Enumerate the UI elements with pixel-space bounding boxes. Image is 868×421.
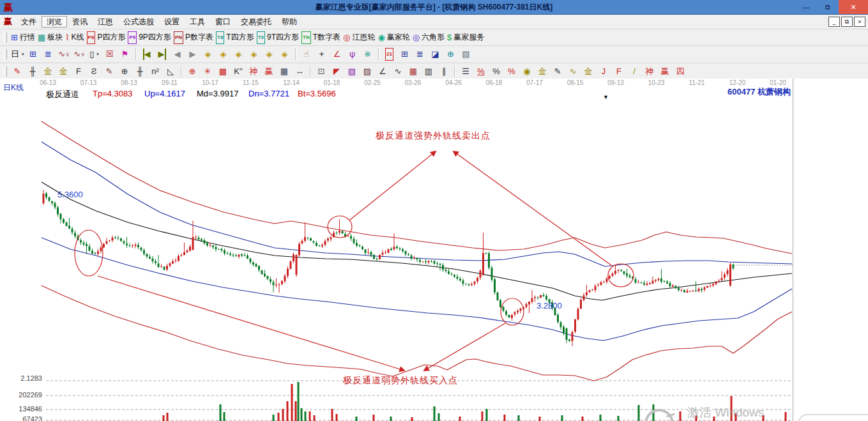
- parallel-lines-button[interactable]: ∥: [436, 65, 452, 78]
- quotes-button[interactable]: ⊞行情: [10, 31, 36, 44]
- minimize-button[interactable]: —: [795, 0, 817, 14]
- menu-item-江恩[interactable]: 江恩: [93, 16, 118, 27]
- zoom-bar-right-button[interactable]: ◈: [216, 48, 231, 61]
- menu-item-资讯[interactable]: 资讯: [67, 16, 93, 27]
- bar-width-button[interactable]: ↔: [292, 65, 307, 78]
- golden-section-1-button[interactable]: 金: [40, 65, 56, 78]
- gann-fan-tool-button[interactable]: ψ: [345, 48, 360, 61]
- last-page-button[interactable]: ▶: [155, 48, 170, 61]
- spiral-button[interactable]: Ƨ: [86, 65, 102, 78]
- gann-wheel-button[interactable]: ◎江恩轮: [342, 31, 376, 44]
- t-square-button[interactable]: T8T四方形: [215, 31, 255, 44]
- notes-button[interactable]: ≣: [413, 48, 428, 61]
- k-mark-button[interactable]: K": [231, 65, 246, 78]
- ying-line-button[interactable]: 赢: [657, 65, 673, 78]
- child-minimize-button[interactable]: _: [828, 17, 840, 27]
- print-button[interactable]: ▤: [459, 48, 474, 61]
- menu-item-交易委托[interactable]: 交易委托: [236, 16, 277, 27]
- menu-item-浏览[interactable]: 浏览: [42, 16, 67, 27]
- shen-tool-button[interactable]: 神: [246, 65, 261, 78]
- ray-fan-button[interactable]: ◤: [329, 65, 344, 78]
- prev-page-button[interactable]: ◀: [170, 48, 185, 61]
- multi-window-button[interactable]: ⊞: [26, 48, 41, 61]
- p-square-button[interactable]: P8P四方形: [86, 31, 127, 44]
- candle-type-button[interactable]: ▯▾: [87, 48, 102, 61]
- close-button[interactable]: ✕: [839, 0, 868, 14]
- t-number-table-button[interactable]: TNT数字表: [300, 31, 342, 44]
- gold-circle-button[interactable]: ◉: [519, 65, 535, 78]
- first-page-button[interactable]: ◀: [139, 48, 155, 61]
- trend-angle-button[interactable]: ∠: [375, 65, 390, 78]
- menu-item-帮助[interactable]: 帮助: [277, 16, 302, 27]
- next-page-button[interactable]: ▶: [185, 48, 201, 61]
- shade-square-purple-button[interactable]: ▧: [344, 65, 360, 78]
- angle-ruler-button[interactable]: ◺: [163, 65, 178, 78]
- winner-wheel-button[interactable]: ◉赢家轮: [376, 31, 411, 44]
- rect-tool-button[interactable]: ⊡: [314, 65, 329, 78]
- zigzag-line-button[interactable]: ∿: [390, 65, 406, 78]
- sectors-button[interactable]: ▦板块: [36, 31, 64, 44]
- brush-2-button[interactable]: ✎: [102, 65, 117, 78]
- color-flag-button[interactable]: ⚑: [118, 48, 133, 61]
- data-download-button[interactable]: ⊕: [443, 48, 459, 61]
- percent-plain-button[interactable]: %: [489, 65, 504, 78]
- grid-coarse-button[interactable]: ▥: [421, 65, 436, 78]
- grid-123-button[interactable]: ▦: [277, 65, 292, 78]
- menu-item-工具[interactable]: 工具: [185, 16, 210, 27]
- circle-cycle-button[interactable]: ⊕: [117, 65, 132, 78]
- grid-fine-button[interactable]: ▦: [406, 65, 421, 78]
- chart-area[interactable]: 日K线 06-1307-1308-1309-1110-1711-1512-140…: [0, 79, 868, 421]
- mark-pen-button[interactable]: ✎: [550, 65, 565, 78]
- child-close-button[interactable]: ×: [854, 17, 865, 27]
- hexagon-button[interactable]: ◎六角形: [411, 31, 446, 44]
- brush-button[interactable]: ✎: [10, 65, 25, 78]
- pattern-tool-button[interactable]: ※: [360, 48, 376, 61]
- menu-item-窗口[interactable]: 窗口: [210, 16, 236, 27]
- expand-horizontal-button[interactable]: ◈: [231, 48, 247, 61]
- period-day-button[interactable]: 日▾: [10, 48, 26, 61]
- kline-button[interactable]: ⌇K线: [64, 31, 85, 44]
- percent-retrace-red-button[interactable]: %: [473, 65, 489, 78]
- gann-grid-1-button[interactable]: ╫: [25, 65, 40, 78]
- 9p-square-button[interactable]: P99P四方形: [126, 31, 172, 44]
- compress-horizontal-button[interactable]: ◈: [247, 48, 262, 61]
- gold-line-button[interactable]: 金: [535, 65, 550, 78]
- f-square-button[interactable]: F: [71, 65, 86, 78]
- menu-item-设置[interactable]: 设置: [159, 16, 185, 27]
- protractor-button[interactable]: ∠: [330, 48, 345, 61]
- save-button[interactable]: ◪: [428, 48, 443, 61]
- spider-web-button[interactable]: ✳: [200, 65, 215, 78]
- time-target-button[interactable]: ⊕: [185, 65, 200, 78]
- wave-count-3-button[interactable]: ∿3: [56, 48, 72, 61]
- shade-square-dark-button[interactable]: ▨: [360, 65, 375, 78]
- drag-hand-button[interactable]: ☝: [299, 48, 314, 61]
- j-line-button[interactable]: J: [596, 65, 611, 78]
- crosshair-button[interactable]: +: [314, 48, 330, 61]
- shen-line-button[interactable]: 神: [642, 65, 657, 78]
- gold-channel-button[interactable]: 金: [581, 65, 596, 78]
- zoom-out-diamond-button[interactable]: ◈: [262, 48, 277, 61]
- gann-grid-2-button[interactable]: ╫: [132, 65, 148, 78]
- n-square-button[interactable]: n²: [148, 65, 163, 78]
- menu-item-公式选股[interactable]: 公式选股: [118, 16, 159, 27]
- step-scale-button[interactable]: ☰: [458, 65, 473, 78]
- restore-button[interactable]: ⧉: [817, 0, 839, 14]
- f-line-button[interactable]: F: [611, 65, 627, 78]
- calendar-button[interactable]: 21: [382, 48, 397, 61]
- gold-slant-button[interactable]: /: [627, 65, 642, 78]
- child-restore-button[interactable]: ⧉: [841, 17, 853, 27]
- p-number-table-button[interactable]: PNP数字表: [172, 31, 215, 44]
- golden-section-2-button[interactable]: 金: [56, 65, 71, 78]
- percent-line-button[interactable]: %: [504, 65, 519, 78]
- square-web-button[interactable]: ▩: [215, 65, 231, 78]
- ying-tool-button[interactable]: 赢: [261, 65, 277, 78]
- info-panel-button[interactable]: ≣: [41, 48, 56, 61]
- gold-wave-button[interactable]: ∿: [565, 65, 581, 78]
- indicator-name[interactable]: 极反通道: [46, 89, 79, 100]
- winner-service-button[interactable]: $赢家服务: [446, 31, 485, 44]
- zoom-in-diamond-button[interactable]: ◈: [277, 48, 293, 61]
- calculator-button[interactable]: ⊞: [397, 48, 413, 61]
- wave-count-9-button[interactable]: ∿9: [72, 48, 87, 61]
- formula-mask-button[interactable]: ☒: [102, 48, 118, 61]
- four-line-button[interactable]: 四: [673, 65, 688, 78]
